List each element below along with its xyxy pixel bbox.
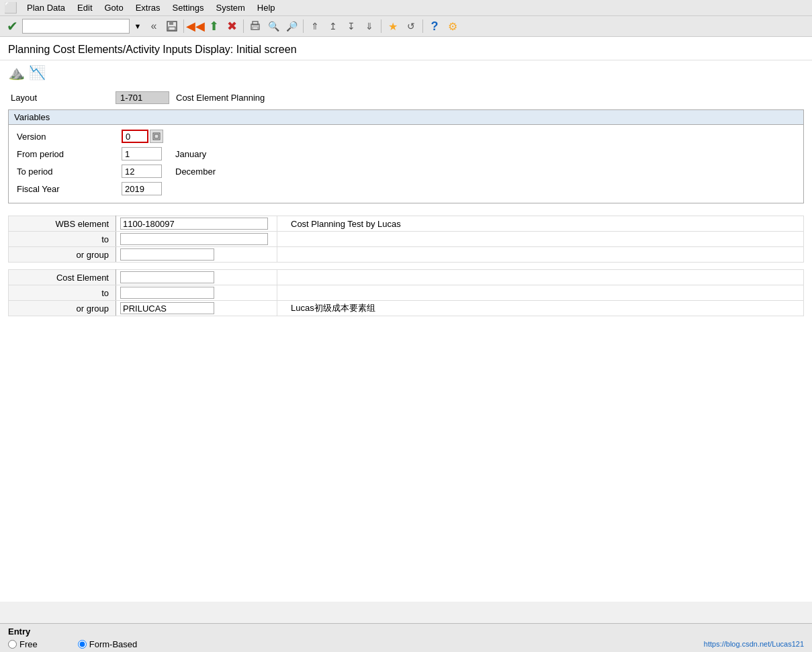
history-button[interactable]: ↺ <box>403 18 419 34</box>
cost-element-to-input[interactable] <box>120 287 214 299</box>
cost-element-group-input-cell <box>116 301 277 316</box>
to-period-label: To period <box>14 167 122 177</box>
find-button[interactable]: 🔍 <box>265 18 281 34</box>
app-logo: ⬜ <box>4 1 17 14</box>
menu-settings[interactable]: Settings <box>167 1 210 14</box>
menu-system[interactable]: System <box>211 1 251 14</box>
wbs-to-label: to <box>9 232 116 247</box>
layout-row: Layout 1-701 Cost Element Planning <box>8 91 804 104</box>
cost-element-row: Cost Element <box>9 270 804 285</box>
help-button[interactable]: ? <box>426 18 443 34</box>
command-input[interactable] <box>22 19 130 34</box>
from-period-input[interactable] <box>122 147 162 160</box>
from-period-label: From period <box>14 149 122 159</box>
cancel-button[interactable]: ✖ <box>224 18 240 34</box>
print-button[interactable] <box>247 18 263 34</box>
chart-icon[interactable]: 📉 <box>29 64 46 81</box>
wbs-table: WBS element Cost Planning Test by Lucas … <box>8 216 804 263</box>
cost-element-input[interactable] <box>120 271 214 283</box>
menu-edit[interactable]: Edit <box>72 1 97 14</box>
cost-element-to-input-cell <box>116 285 277 301</box>
wbs-group-label: or group <box>9 247 116 263</box>
cost-element-label: Cost Element <box>9 270 116 285</box>
wbs-input-cell <box>116 216 277 232</box>
menu-help[interactable]: Help <box>252 1 281 14</box>
to-period-desc: December <box>175 167 216 177</box>
layout-label: Layout <box>8 93 116 103</box>
menu-goto[interactable]: Goto <box>99 1 129 14</box>
variables-header: Variables <box>9 110 803 125</box>
version-label: Version <box>14 132 122 142</box>
menu-extras[interactable]: Extras <box>130 1 166 14</box>
menu-bar: ⬜ Plan Data Edit Goto Extras Settings Sy… <box>0 0 812 16</box>
fiscal-year-input[interactable] <box>122 182 162 195</box>
nav-next-button[interactable]: ↧ <box>343 18 359 34</box>
toolbar: ✔ ▼ « ◀◀ ⬆ ✖ 🔍 🔎 ⇑ ↥ ↧ ⇓ ★ ↺ ? ⚙ <box>0 16 812 37</box>
wbs-to-input-cell <box>116 232 277 247</box>
up-button[interactable]: ⬆ <box>206 18 222 34</box>
layout-value: 1-701 <box>116 91 169 104</box>
dropdown-button[interactable]: ▼ <box>132 18 144 34</box>
favorite-button[interactable]: ★ <box>385 18 401 34</box>
fiscal-year-row: Fiscal Year <box>14 181 798 196</box>
fiscal-year-label: Fiscal Year <box>14 184 122 194</box>
wbs-group-input[interactable] <box>120 248 214 261</box>
nav-first-button[interactable]: ⇑ <box>307 18 323 34</box>
icon-row: ⛰️ 📉 <box>0 60 812 85</box>
wbs-input[interactable] <box>120 218 268 230</box>
page-title: Planning Cost Elements/Activity Inputs D… <box>0 37 812 60</box>
wbs-group-row: or group <box>9 247 804 263</box>
cost-element-group-label: or group <box>9 301 116 316</box>
check-button[interactable]: ✔ <box>4 18 20 34</box>
variables-section: Variables Version From period J <box>8 109 804 203</box>
cost-element-to-row: to <box>9 285 804 301</box>
from-period-row: From period January <box>14 146 798 161</box>
nav-last-button[interactable]: ⇓ <box>361 18 377 34</box>
to-period-row: To period December <box>14 164 798 179</box>
save-button[interactable] <box>164 18 180 34</box>
back-button[interactable]: « <box>146 18 162 34</box>
wbs-to-row: to <box>9 232 804 247</box>
cost-element-group-desc: Lucas初级成本要素组 <box>277 301 804 316</box>
settings-button[interactable]: ⚙ <box>445 18 461 34</box>
back2-button[interactable]: ◀◀ <box>187 18 204 34</box>
wbs-row: WBS element Cost Planning Test by Lucas <box>9 216 804 232</box>
wbs-group-input-cell <box>116 247 277 263</box>
menu-plan-data[interactable]: Plan Data <box>21 1 71 14</box>
version-row: Version <box>14 129 798 144</box>
main-content: Planning Cost Elements/Activity Inputs D… <box>0 37 812 602</box>
wbs-label: WBS element <box>9 216 116 232</box>
cost-element-table: Cost Element to or group <box>8 269 804 316</box>
mountain-icon[interactable]: ⛰️ <box>8 64 25 81</box>
svg-rect-7 <box>154 134 159 138</box>
form-area: Layout 1-701 Cost Element Planning Varia… <box>0 85 812 330</box>
wbs-description: Cost Planning Test by Lucas <box>277 216 804 232</box>
to-period-input[interactable] <box>122 165 162 178</box>
nav-prev-button[interactable]: ↥ <box>325 18 341 34</box>
version-input[interactable] <box>122 130 148 143</box>
layout-description: Cost Element Planning <box>176 93 265 103</box>
svg-rect-1 <box>169 21 173 25</box>
cost-element-group-input[interactable] <box>120 302 214 314</box>
cost-element-input-cell <box>116 270 277 285</box>
find-next-button[interactable]: 🔎 <box>283 18 300 34</box>
version-lookup-button[interactable] <box>150 130 163 143</box>
cost-element-group-row: or group Lucas初级成本要素组 <box>9 301 804 316</box>
wbs-to-input[interactable] <box>120 233 268 245</box>
svg-rect-2 <box>169 27 175 30</box>
from-period-desc: January <box>175 149 206 159</box>
cost-element-to-label: to <box>9 285 116 301</box>
variables-body: Version From period January T <box>9 125 803 203</box>
